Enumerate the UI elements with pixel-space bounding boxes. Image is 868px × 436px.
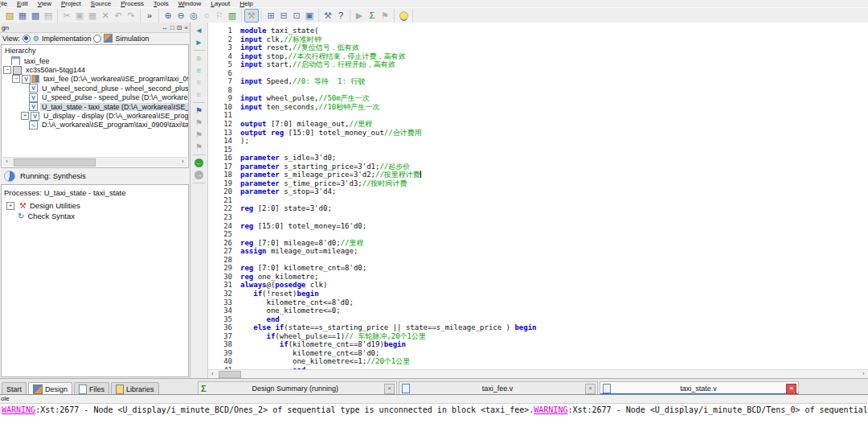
code-line[interactable]: 35 end xyxy=(208,315,868,324)
code-line[interactable]: 25 xyxy=(208,230,868,239)
expand-icon[interactable]: + xyxy=(6,202,14,210)
doc-tab-taxi-state-v[interactable]: taxi_state.v× xyxy=(600,381,799,395)
code-line[interactable]: 14); xyxy=(208,137,868,146)
bookmark-icon[interactable]: ⚑ xyxy=(193,105,205,116)
tree-item[interactable]: VU_wheel_second_pluse - wheel_second_plu… xyxy=(2,84,188,93)
next-bookmark-icon[interactable]: ⚑ xyxy=(193,130,205,140)
tree-item[interactable]: −Vtaxi_fee (D:\A_workarea\ISE_program\ta… xyxy=(2,75,188,84)
float-panel-icon[interactable]: ↔ xyxy=(162,24,168,31)
wrench-icon[interactable]: ⚒ xyxy=(321,10,334,22)
open-project-icon[interactable]: ▨ xyxy=(3,10,16,22)
copy-icon[interactable]: ▣ xyxy=(73,10,86,22)
code-line[interactable]: 9input wheel_pulse,//50m产生一次 xyxy=(208,94,868,103)
next-instance-icon[interactable]: ► xyxy=(193,37,205,47)
code-line[interactable]: 39 kilometre_cnt<=8'd0; xyxy=(208,349,868,358)
code-line[interactable]: 37 if(wheel_pulse==1)// 车轮脉冲,20个1公里 xyxy=(208,332,868,341)
code-line[interactable]: 7input Speed,//0: 等待 1: 行驶 xyxy=(208,77,868,86)
code-area[interactable]: 1module taxi_state(2input clk,//标准时钟3inp… xyxy=(208,23,868,370)
scroll-thumb[interactable] xyxy=(219,371,241,378)
close-icon[interactable]: × xyxy=(786,384,796,394)
zoom-full-icon[interactable]: ◎ xyxy=(187,10,200,22)
code-line[interactable]: 22reg [2:0] state=3'd0; xyxy=(208,204,868,213)
close-icon[interactable]: × xyxy=(585,384,596,394)
hide-lines-icon[interactable]: ≡ xyxy=(193,77,205,88)
code-line[interactable]: 17parameter s_starting_price=3'd1;//起步价 xyxy=(208,162,868,171)
clear-bookmarks-icon[interactable]: ⚑ xyxy=(193,142,205,152)
code-line[interactable]: 24reg [15:0] totel_money=16'd0; xyxy=(208,222,868,231)
save-icon[interactable]: ▦ xyxy=(16,10,29,22)
scroll-right-icon[interactable]: › xyxy=(178,158,187,166)
toolbar-overflow-icon[interactable]: » xyxy=(143,10,156,22)
run-icon[interactable]: ▶ xyxy=(353,10,366,22)
zoom-in-icon[interactable]: ⊕ xyxy=(162,10,174,22)
menu-view[interactable]: View xyxy=(38,0,51,7)
code-line[interactable]: 32 if(!reset)begin xyxy=(208,290,868,298)
print-icon[interactable]: ▤ xyxy=(42,10,55,22)
warning-link[interactable]: WARNING xyxy=(2,405,35,414)
doc-tab-taxi-fee-v[interactable]: taxi_fee.v× xyxy=(399,381,598,395)
undo-icon[interactable]: ↶ xyxy=(112,10,125,22)
code-line[interactable]: 21 xyxy=(208,196,868,205)
code-line[interactable]: 33 kilometre_cnt<=8'd0; xyxy=(208,298,868,307)
show-lines-icon[interactable]: ≡ xyxy=(193,53,205,64)
show-lines-alt-icon[interactable]: ≡ xyxy=(193,65,205,76)
prev-instance-icon[interactable]: ◄ xyxy=(193,25,205,35)
menu-project[interactable]: Project xyxy=(61,0,81,7)
tree-item[interactable]: taxi_fee xyxy=(2,56,188,65)
prev-bookmark-icon[interactable]: ⚑ xyxy=(193,117,205,128)
scroll-left-icon[interactable]: ‹ xyxy=(2,158,11,166)
scroll-thumb[interactable] xyxy=(14,158,96,167)
menu-process[interactable]: Process xyxy=(121,0,144,7)
tile-vertical-icon[interactable]: ⊡ xyxy=(290,10,303,22)
code-line[interactable]: 1module taxi_state( xyxy=(208,27,868,35)
process-item[interactable]: ↻Check Syntax xyxy=(2,211,188,221)
implement-icon[interactable]: ⚑ xyxy=(379,10,391,22)
cascade-windows-icon[interactable]: ⊞ xyxy=(264,10,277,22)
scroll-left-icon[interactable]: ‹ xyxy=(208,370,217,378)
code-line[interactable]: 13output reg [15:0] totel_money_out//合计费… xyxy=(208,129,868,138)
menu-file[interactable]: File xyxy=(0,0,7,7)
code-line[interactable]: 20parameter s_stop=3'd4; xyxy=(208,187,868,196)
tile-horizontal-icon[interactable]: ⊟ xyxy=(277,10,290,22)
collapse-icon[interactable]: − xyxy=(3,66,11,74)
expand-icon[interactable]: + xyxy=(21,112,29,120)
code-line[interactable]: 3input reset,//复位信号，低有效 xyxy=(208,43,868,52)
code-line[interactable]: 12output [7:0] mileage_out,//里程 xyxy=(208,120,868,129)
menu-layout[interactable]: Layout xyxy=(211,0,230,7)
menu-tools[interactable]: Tools xyxy=(154,0,169,7)
redo-icon[interactable]: ↷ xyxy=(125,10,137,22)
cut-icon[interactable]: ✂ xyxy=(60,10,73,22)
code-editor[interactable]: 1module taxi_state(2input clk,//标准时钟3inp… xyxy=(208,23,868,378)
code-line[interactable]: 34 one_kilometre<=0; xyxy=(208,306,868,315)
panel-tab-start[interactable]: Start xyxy=(2,382,27,395)
code-line[interactable]: 11 xyxy=(208,111,868,120)
code-line[interactable]: 27assign mileage_out=mileage; xyxy=(208,247,868,256)
code-line[interactable]: 36 else if(state==s_starting_price || st… xyxy=(208,323,868,332)
panel-tab-design[interactable]: Design xyxy=(28,382,72,395)
code-line[interactable]: 15 xyxy=(208,146,868,154)
nav-back-icon[interactable]: ← xyxy=(193,158,205,168)
tree-item[interactable]: VU_taxi_state - taxi_state (D:\A_workare… xyxy=(2,102,188,111)
lightbulb-icon[interactable] xyxy=(397,10,410,22)
scroll-right-icon[interactable]: › xyxy=(859,370,868,378)
implementation-radio[interactable] xyxy=(23,35,31,43)
zoom-out-icon[interactable]: ⊖ xyxy=(174,10,187,22)
tree-item[interactable]: ∿D:\A_workarea\ISE_program\taxi_0909\tax… xyxy=(2,121,188,130)
dock-panel-icon[interactable]: ⊡ xyxy=(177,24,182,31)
delete-icon[interactable]: ✕ xyxy=(99,10,112,22)
process-item[interactable]: +⚒Design Utilities xyxy=(2,200,188,211)
code-line[interactable]: 30reg one_kilometre; xyxy=(208,273,868,282)
simulation-radio[interactable] xyxy=(93,35,101,43)
menu-help[interactable]: Help xyxy=(240,0,252,7)
paste-icon[interactable]: ▦ xyxy=(86,10,99,22)
code-line[interactable]: 18parameter s_mileage_price=3'd2;//按里程计费 xyxy=(208,171,868,179)
doc-tab-design-summary-running-[interactable]: ΣDesign Summary (running)× xyxy=(198,381,397,395)
collapse-icon[interactable]: − xyxy=(12,75,20,83)
editor-hscrollbar[interactable]: ‹ › xyxy=(208,369,868,378)
code-line[interactable]: 23 xyxy=(208,213,868,222)
code-line[interactable]: 40 one_kilometre<=1;//20个1公里 xyxy=(208,357,868,366)
menu-source[interactable]: Source xyxy=(91,0,111,7)
zoom-flag-icon[interactable]: ⚐ xyxy=(213,10,226,22)
code-line[interactable]: 31always@(posedge clk) xyxy=(208,281,868,290)
code-line[interactable]: 29reg [7:0] kilometre_cnt=8'd0; xyxy=(208,264,868,273)
